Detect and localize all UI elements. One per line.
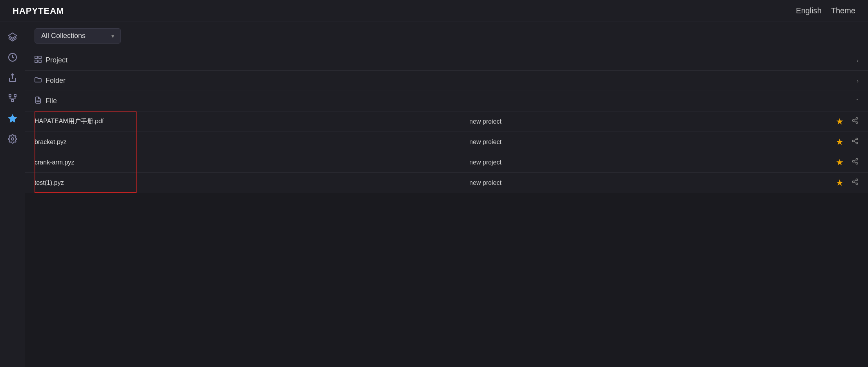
file-actions-3: ★ <box>836 178 859 188</box>
svg-point-35 <box>856 183 858 185</box>
star-icon[interactable]: ★ <box>836 117 844 127</box>
svg-rect-4 <box>14 95 16 97</box>
svg-point-18 <box>856 118 858 120</box>
project-grid-icon <box>35 56 42 65</box>
folder-icon <box>35 76 42 85</box>
table-row[interactable]: bracket.pyz new proiect ★ <box>25 132 868 152</box>
svg-point-11 <box>11 138 14 140</box>
collections-dropdown[interactable]: All Collections ▾ <box>35 28 121 44</box>
app-logo: HAPYTEAM <box>13 6 64 16</box>
file-actions-1: ★ <box>836 137 859 147</box>
star-icon[interactable]: ★ <box>836 157 844 168</box>
project-chevron-icon: › <box>857 57 859 64</box>
share-icon[interactable] <box>852 117 859 126</box>
svg-point-19 <box>852 120 854 122</box>
file-actions-2: ★ <box>836 157 859 168</box>
sidebar-item-settings[interactable] <box>4 130 21 148</box>
svg-line-37 <box>854 180 856 181</box>
chevron-down-icon: ▾ <box>111 33 114 39</box>
file-icon <box>35 97 42 106</box>
sidebar <box>0 22 25 367</box>
svg-line-27 <box>854 139 856 141</box>
svg-line-32 <box>854 160 856 161</box>
svg-rect-3 <box>9 95 11 97</box>
table-row[interactable]: HAPATEAM用户手册.pdf new proiect ★ <box>25 111 868 132</box>
svg-line-22 <box>854 119 856 120</box>
file-chevron-icon: ˅ <box>856 98 859 104</box>
star-icon[interactable]: ★ <box>836 137 844 147</box>
project-section-left: Project <box>35 56 67 65</box>
header-right: English Theme <box>796 6 855 15</box>
content-area: All Collections ▾ Project › <box>25 22 868 367</box>
svg-point-28 <box>856 159 858 161</box>
file-name-0: HAPATEAM用户手册.pdf <box>35 117 144 126</box>
sidebar-item-favorites[interactable] <box>4 110 21 127</box>
svg-rect-14 <box>35 60 37 62</box>
sidebar-item-history[interactable] <box>4 49 21 66</box>
file-name-3: test(1).pyz <box>35 179 144 186</box>
toolbar: All Collections ▾ <box>25 22 868 50</box>
project-section-row[interactable]: Project › <box>25 50 868 71</box>
svg-rect-12 <box>35 56 37 58</box>
svg-line-26 <box>854 141 856 142</box>
svg-point-34 <box>852 181 854 183</box>
theme-selector[interactable]: Theme <box>831 6 855 15</box>
project-section-label: Project <box>46 56 67 64</box>
sidebar-item-layers[interactable] <box>4 28 21 46</box>
folder-section-label: Folder <box>46 77 66 85</box>
file-project-3: new proiect <box>144 179 826 186</box>
svg-rect-15 <box>39 60 41 62</box>
svg-point-25 <box>856 142 858 144</box>
main-layout: All Collections ▾ Project › <box>0 22 868 367</box>
folder-chevron-icon: › <box>857 78 859 84</box>
star-icon[interactable]: ★ <box>836 178 844 188</box>
share-icon[interactable] <box>852 178 859 187</box>
file-project-2: new project <box>144 159 826 166</box>
file-name-2: crank-arm.pyz <box>35 159 144 166</box>
svg-line-31 <box>854 162 856 163</box>
svg-point-23 <box>856 138 858 140</box>
collections-label: All Collections <box>41 32 86 40</box>
folder-section-row[interactable]: Folder › <box>25 71 868 91</box>
svg-marker-10 <box>9 115 16 122</box>
svg-point-30 <box>856 163 858 164</box>
header: HAPYTEAM English Theme <box>0 0 868 22</box>
svg-point-24 <box>852 140 854 142</box>
files-table-body: HAPATEAM用户手册.pdf new proiect ★ <box>25 111 868 193</box>
file-section-left: File <box>35 97 57 106</box>
folder-section-left: Folder <box>35 76 66 85</box>
sidebar-item-share[interactable] <box>4 69 21 86</box>
files-table: HAPATEAM用户手册.pdf new proiect ★ <box>25 111 868 193</box>
file-actions-0: ★ <box>836 117 859 127</box>
svg-point-20 <box>856 122 858 124</box>
table-row[interactable]: test(1).pyz new proiect ★ <box>25 173 868 193</box>
file-name-1: bracket.pyz <box>35 139 144 146</box>
svg-point-29 <box>852 161 854 163</box>
file-project-1: new proiect <box>144 139 826 146</box>
share-icon[interactable] <box>852 137 859 146</box>
svg-rect-5 <box>11 100 13 102</box>
language-selector[interactable]: English <box>796 6 822 15</box>
svg-point-33 <box>856 179 858 181</box>
file-section-header[interactable]: File ˅ <box>25 91 868 111</box>
sidebar-item-diagram[interactable] <box>4 89 21 107</box>
file-project-0: new proiect <box>144 118 826 125</box>
svg-rect-13 <box>39 56 41 58</box>
file-section-label: File <box>46 97 57 105</box>
table-row[interactable]: crank-arm.pyz new project ★ <box>25 152 868 173</box>
svg-line-21 <box>854 121 856 122</box>
share-icon[interactable] <box>852 158 859 167</box>
svg-line-36 <box>854 182 856 183</box>
